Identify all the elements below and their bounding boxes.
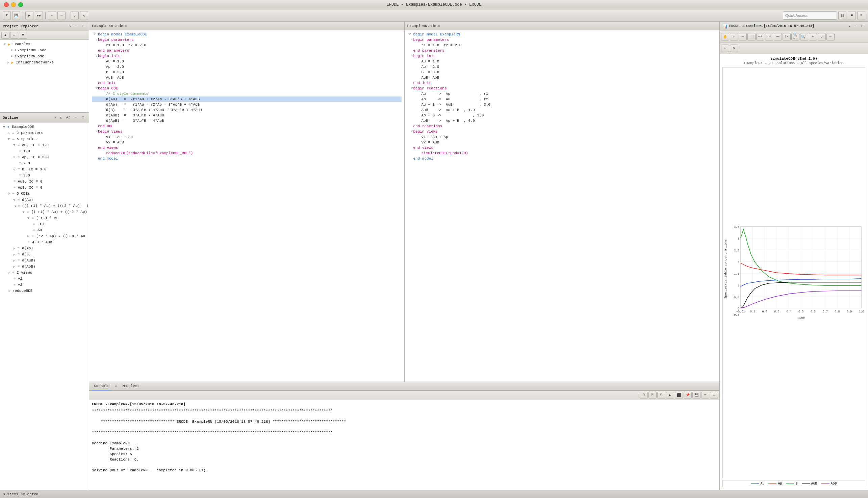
chart-zoomout-v-btn[interactable]: ↕- xyxy=(782,33,791,40)
outline-item-dau-expr1[interactable]: ▽ ≡ (((-r1) * Au) + ((r2 * Ap) - ( xyxy=(0,203,89,209)
outline-item-dau-r1[interactable]: ≡ -r1 xyxy=(0,221,89,227)
undo-button[interactable]: ↺ xyxy=(71,11,79,20)
outline-item-au-val[interactable]: ≡ 1.0 xyxy=(0,148,89,154)
view-menu-btn[interactable]: ▼ xyxy=(19,32,27,39)
chart-panel-close[interactable]: ✕ xyxy=(848,24,851,28)
run-button[interactable]: ▶ xyxy=(25,11,34,20)
outline-item-parameters[interactable]: ▷ ≡ 2 parameters xyxy=(0,130,89,136)
console-tab-close[interactable]: ✕ xyxy=(115,384,117,388)
tree-item-examples[interactable]: ▽ ▶ Examples xyxy=(0,41,89,47)
maximize-button[interactable] xyxy=(18,2,23,7)
outline-item-dapb[interactable]: ▷ ≡ d(ApB) xyxy=(0,263,89,270)
project-explorer-close[interactable]: ✕ xyxy=(69,24,71,28)
console-stop-btn[interactable]: ⬛ xyxy=(675,392,683,398)
chart-max-btn[interactable]: □ xyxy=(859,23,865,29)
ode-tab[interactable]: ExampleODE.ode ✕ xyxy=(89,22,404,30)
outline-item-dau-4aub[interactable]: ≡ 4.0 * AuB xyxy=(0,239,89,245)
outline-item-b[interactable]: ▽ ≡ B, IC = 3.0 xyxy=(0,166,89,172)
outline-item-dau-expr2[interactable]: ▽ ≡ ((-r1) * Au) + ((r2 * Ap) xyxy=(0,209,89,215)
chart-zoomin-h-btn[interactable]: ↔+ xyxy=(756,33,764,40)
outline-item-dau-au[interactable]: ≡ Au xyxy=(0,227,89,233)
outline-item-ap[interactable]: ▽ ≡ Ap, IC = 2.0 xyxy=(0,154,89,160)
chart-zoomin-v-btn[interactable]: ↕+ xyxy=(765,33,773,40)
maximize-panel-btn[interactable]: □ xyxy=(80,23,86,29)
rn-code-line: ▽ begin model ExampleRN xyxy=(407,32,717,37)
outline-item-dau[interactable]: ▽ ≡ d(Au) xyxy=(0,197,89,203)
console-max-btn[interactable]: □ xyxy=(710,392,718,398)
outline-label-b-val: 3.0 xyxy=(23,173,30,178)
back-button[interactable]: ← xyxy=(48,11,56,20)
quick-access-input[interactable] xyxy=(783,12,837,19)
console-min-btn[interactable]: ─ xyxy=(701,392,709,398)
redo-button[interactable]: ↻ xyxy=(80,11,88,20)
chart-zoomout-h-btn[interactable]: ↔- xyxy=(774,33,782,40)
outline-item-aub[interactable]: ≡ AuB, IC = 0 xyxy=(0,179,89,185)
tree-item-examplern[interactable]: ● ExampleRN.ode xyxy=(0,53,89,60)
outline-item-db[interactable]: ▷ ≡ d(B) xyxy=(0,251,89,258)
tree-item-exampleode[interactable]: ● ExampleODE.ode xyxy=(0,47,89,53)
outline-item-v2[interactable]: ≡ v2 xyxy=(0,282,89,288)
outline-max-btn[interactable]: □ xyxy=(80,115,86,121)
rn-tab-close[interactable]: ✕ xyxy=(438,24,440,28)
new-button[interactable]: ▼ xyxy=(3,11,11,20)
outline-item-views[interactable]: ▽ ≡ 2 views xyxy=(0,270,89,276)
chart-zoomin-btn[interactable]: 🔍+ xyxy=(791,33,800,40)
minimize-panel-btn[interactable]: ─ xyxy=(73,23,79,29)
outline-sort-btn[interactable]: ⇅ xyxy=(58,115,64,121)
outline-close[interactable]: ✕ xyxy=(54,116,56,120)
chart-box-btn[interactable]: ⬜ xyxy=(748,33,755,40)
more-button[interactable]: » xyxy=(857,11,865,20)
chart-settings-btn[interactable]: ⚙ xyxy=(730,44,738,52)
chart-zoomout-btn[interactable]: 🔍- xyxy=(800,33,808,40)
rn-tab[interactable]: ExampleRN.ode ✕ xyxy=(405,22,720,30)
chart-back2-btn[interactable]: ⬅ xyxy=(721,44,729,52)
outline-item-ap-val[interactable]: ≡ 2.0 xyxy=(0,160,89,166)
chart-cursor-btn[interactable]: ↗ xyxy=(818,33,826,40)
console-copy-btn[interactable]: ⎙ xyxy=(640,392,648,398)
outline-item-b-val[interactable]: ≡ 3.0 xyxy=(0,172,89,179)
outline-item-au[interactable]: ▽ ≡ Au, IC = 1.0 xyxy=(0,142,89,148)
outline-item-exampleode[interactable]: ▽ ● ExampleODE xyxy=(0,124,89,130)
rn-editor-content[interactable]: ▽ begin model ExampleRN ▽ begin paramete… xyxy=(405,30,720,382)
console-pin-btn[interactable]: 📌 xyxy=(684,392,692,398)
svg-text:Species/variable concentration: Species/variable concentrations xyxy=(724,239,728,299)
outline-az-btn[interactable]: AZ xyxy=(65,115,71,121)
window-controls[interactable] xyxy=(4,2,23,7)
save-button[interactable]: 💾 xyxy=(12,11,20,20)
outline-item-daub[interactable]: ▷ ≡ d(AuB) xyxy=(0,258,89,263)
ode-editor-content[interactable]: ▽ begin model ExampleODE ▽ begin paramet… xyxy=(89,30,404,382)
outline-item-dau-expr3[interactable]: ▽ ≡ (-r1) * Au xyxy=(0,215,89,221)
console-paste-btn[interactable]: ⎘ xyxy=(649,392,656,398)
link-editor-btn[interactable]: ↔ xyxy=(10,32,18,39)
console-clear-btn[interactable]: ⎗ xyxy=(657,392,665,398)
tree-item-influencenetworks[interactable]: ▷ ▶ InfluenceNetworks xyxy=(0,60,89,65)
console-save-btn[interactable]: 💾 xyxy=(692,392,701,398)
ode-tab-close[interactable]: ✕ xyxy=(125,24,127,28)
outline-item-reducebde[interactable]: ≡ reduceBDE xyxy=(0,288,89,294)
outline-item-species[interactable]: ▽ ≡ 5 species xyxy=(0,136,89,142)
console-tab-console[interactable]: Console xyxy=(92,382,112,390)
chart-min-btn[interactable]: ─ xyxy=(852,23,858,29)
outline-item-apb[interactable]: ≡ ApB, IC = 0 xyxy=(0,185,89,191)
forward-button[interactable]: → xyxy=(58,11,65,20)
collapse-all-btn[interactable]: ▲ xyxy=(1,32,10,39)
code-line: ▽ begin parameters xyxy=(92,37,401,42)
outline-item-dau-r2ap[interactable]: ▷ ≡ (r2 * Ap) - ((3.0 * Au xyxy=(0,233,89,239)
chart-hand-btn[interactable]: ✋ xyxy=(721,33,729,40)
chart-reset-btn[interactable]: ⌖ xyxy=(809,33,817,40)
close-button[interactable] xyxy=(4,2,9,7)
chart-pan-btn[interactable]: ↔ xyxy=(739,33,747,40)
perspective-button[interactable]: ☷ xyxy=(838,11,846,20)
console-content[interactable]: ERODE -ExampleRN-[15/05/2016 18-57-46-21… xyxy=(89,399,719,490)
view-button[interactable]: ■ xyxy=(848,11,856,20)
chart-crosshair-btn[interactable]: ✛ xyxy=(730,33,738,40)
console-tab-problems[interactable]: Problems xyxy=(119,382,141,390)
minimize-button[interactable] xyxy=(11,2,16,7)
outline-item-odes[interactable]: ▽ ≡ 5 ODEs xyxy=(0,191,89,197)
outline-min-btn[interactable]: ─ xyxy=(73,115,79,121)
outline-item-v1[interactable]: ≡ v1 xyxy=(0,276,89,282)
console-run-btn[interactable]: ▶ xyxy=(666,392,674,398)
outline-item-dap[interactable]: ▷ ≡ d(Ap) xyxy=(0,245,89,251)
debug-button[interactable]: ▶▶ xyxy=(35,11,43,20)
chart-back-btn[interactable]: ← xyxy=(827,33,834,40)
